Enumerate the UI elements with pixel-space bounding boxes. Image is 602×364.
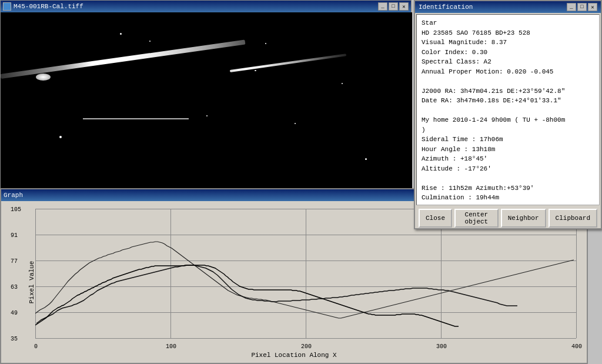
graph-title: Graph bbox=[4, 192, 23, 199]
measurement-line bbox=[83, 118, 189, 119]
x-label-0: 0 bbox=[34, 343, 38, 350]
id-minimize-btn[interactable]: _ bbox=[567, 3, 576, 11]
id-line-7 bbox=[422, 76, 594, 86]
id-line-17 bbox=[422, 173, 594, 183]
titlebar-controls[interactable]: _ □ ✕ bbox=[378, 2, 409, 11]
star-7 bbox=[365, 158, 367, 160]
id-line-12: ) bbox=[422, 125, 594, 135]
close-button[interactable]: Close bbox=[419, 209, 452, 228]
id-line-13: Sideral Time : 17h06m bbox=[422, 135, 594, 145]
id-content: Star HD 23585 SAO 76185 BD+23 528 Visual… bbox=[416, 14, 600, 205]
id-line-6: Annual Proper Motion: 0.020 -0.045 bbox=[422, 67, 594, 77]
maximize-btn[interactable]: □ bbox=[389, 2, 398, 11]
y-label-35: 35 bbox=[11, 336, 18, 342]
star-8 bbox=[265, 43, 266, 44]
id-line-18: Rise : 11h52m Azimuth:+53°39' bbox=[422, 183, 594, 193]
star-6 bbox=[295, 123, 296, 124]
star-core bbox=[36, 74, 51, 81]
id-close-btn[interactable]: ✕ bbox=[588, 3, 597, 11]
star-9 bbox=[342, 83, 343, 84]
y-label-63: 63 bbox=[11, 284, 18, 290]
id-line-16: Altitude : -17°26' bbox=[422, 164, 594, 174]
main-title: M45-001RB-Cal.tiff bbox=[14, 3, 83, 10]
id-line-3: Visual Magnitude: 8.37 bbox=[422, 38, 594, 48]
id-line-10 bbox=[422, 106, 594, 116]
grid-h-6: 35 bbox=[35, 338, 576, 339]
id-line-1: Star bbox=[422, 18, 594, 28]
image-area bbox=[1, 12, 412, 189]
id-line-2: HD 23585 SAO 76185 BD+23 528 bbox=[422, 28, 594, 38]
id-title: Identification bbox=[419, 4, 473, 11]
center-object-button[interactable]: Center object bbox=[454, 209, 499, 228]
x-axis-title: Pixel Location Along X bbox=[251, 352, 336, 359]
id-maximize-btn[interactable]: □ bbox=[577, 3, 587, 11]
id-titlebar-controls[interactable]: _ □ ✕ bbox=[567, 3, 597, 11]
id-line-11: My home 2010-1-24 9h00m ( TU + -8h00m bbox=[422, 115, 594, 125]
id-line-20: Set : 3h37m Azimuth:+306° bbox=[422, 203, 594, 206]
x-label-200: 200 bbox=[301, 343, 312, 350]
star-trail-main bbox=[1, 40, 245, 79]
window-icon bbox=[3, 2, 11, 11]
star-1 bbox=[120, 33, 122, 35]
id-line-9: Date RA: 3h47m40.18s DE:+24°01'33.1" bbox=[422, 96, 594, 106]
id-line-19: Culmination : 19h44m bbox=[422, 193, 594, 203]
id-buttons: Close Center object Neighbor Clipboard bbox=[415, 206, 601, 230]
clipboard-button[interactable]: Clipboard bbox=[549, 209, 597, 228]
y-axis-title: Pixel Value bbox=[28, 261, 35, 304]
y-label-49: 49 bbox=[11, 310, 18, 316]
x-label-100: 100 bbox=[166, 343, 176, 350]
titlebar-left: M45-001RB-Cal.tiff bbox=[3, 2, 83, 11]
close-btn[interactable]: ✕ bbox=[399, 2, 409, 11]
id-titlebar: Identification _ □ ✕ bbox=[415, 1, 601, 13]
star-5 bbox=[206, 115, 208, 116]
x-label-400: 400 bbox=[571, 343, 582, 350]
id-window: Identification _ □ ✕ Star HD 23585 SAO 7… bbox=[414, 0, 602, 229]
minimize-btn[interactable]: _ bbox=[378, 2, 387, 11]
star-2 bbox=[149, 41, 150, 42]
y-label-91: 91 bbox=[11, 232, 18, 239]
y-label-77: 77 bbox=[11, 258, 18, 265]
id-line-15: Azimuth : +18°45' bbox=[422, 154, 594, 164]
main-titlebar: M45-001RB-Cal.tiff _ □ ✕ bbox=[1, 1, 411, 12]
star-trail-secondary bbox=[230, 54, 347, 72]
x-label-300: 300 bbox=[436, 343, 447, 350]
id-line-14: Hour Angle : 13h18m bbox=[422, 145, 594, 155]
id-line-5: Spectral Class: A2 bbox=[422, 57, 594, 67]
y-label-105: 105 bbox=[11, 206, 21, 213]
id-line-4: Color Index: 0.30 bbox=[422, 48, 594, 58]
star-3 bbox=[255, 70, 256, 71]
neighbor-button[interactable]: Neighbor bbox=[501, 209, 546, 228]
id-line-8: J2000 RA: 3h47m04.21s DE:+23°59'42.8" bbox=[422, 86, 594, 96]
star-4 bbox=[59, 136, 62, 138]
